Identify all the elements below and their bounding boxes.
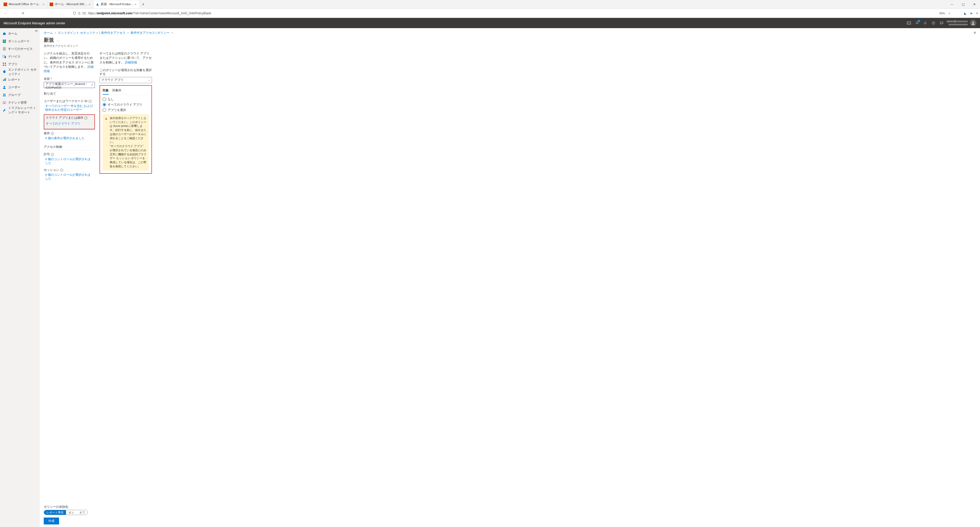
session-label: セッション i (44, 168, 95, 172)
learn-more-link[interactable]: 詳細情報 (125, 61, 137, 64)
nav-dashboard[interactable]: ダッシュボード (0, 37, 40, 45)
content-area: ✕ ホーム › エンドポイント セキュリティ | 条件付きアクセス › 条件付き… (40, 28, 980, 527)
svg-rect-16 (5, 56, 6, 58)
collapse-nav-icon[interactable]: ≪ (35, 29, 38, 32)
close-icon[interactable]: × (42, 3, 45, 6)
user-account[interactable]: admin@xxxxxxxxx xxxxxxxxxxxxxxx (947, 20, 968, 26)
policy-name-input[interactable]: アプリ保護ポリシー_Andorid・iOS/iPadOS ✓ (44, 82, 95, 88)
browser-tab[interactable]: Microsoft Office ホーム × (2, 0, 48, 8)
grant-label: 許可 i (44, 153, 95, 156)
info-icon[interactable]: i (89, 100, 92, 103)
svg-rect-10 (940, 22, 943, 24)
cloud-apps-label: クラウド アプリまたは操作 i (44, 115, 94, 121)
svg-rect-18 (5, 63, 6, 64)
nav-users[interactable]: ユーザー (0, 83, 40, 91)
nav-apps[interactable]: アプリ (0, 61, 40, 68)
info-icon[interactable]: i (51, 132, 54, 135)
svg-rect-0 (3, 3, 7, 6)
nav-groups[interactable]: グループ (0, 91, 40, 99)
pocket-icon[interactable]: ◣ (964, 11, 966, 15)
tab-label: 新規 - Microsoft Endpoint Man (101, 2, 134, 6)
browser-tab-active[interactable]: 新規 - Microsoft Endpoint Man × (94, 0, 140, 8)
reports-icon (3, 78, 6, 81)
target-label: このポリシーが適用される対象を選択する (100, 68, 152, 76)
menu-icon[interactable]: ≡ (976, 11, 978, 15)
grant-value-link[interactable]: 0 個のコントロールが選択されました (44, 156, 95, 166)
info-icon[interactable]: i (84, 116, 88, 119)
cloud-apps-value-link[interactable]: すべてのクラウド アプリ (46, 121, 93, 127)
conditions-value-link[interactable]: 0 個の条件が選択されました (44, 135, 95, 141)
notifications-icon[interactable]: 1 (915, 21, 920, 25)
cloud-apps-description: すべてまたは特定のクラウド アプリまたはアクションに基づいて、アクセスを制御しま… (100, 51, 152, 65)
portal-header: Microsoft Endpoint Manager admin center … (0, 18, 980, 28)
feedback-icon[interactable] (939, 21, 944, 25)
portal-title: Microsoft Endpoint Manager admin center (3, 21, 906, 25)
breadcrumb-link[interactable]: エンドポイント セキュリティ | 条件付きアクセス (58, 31, 126, 35)
close-icon[interactable]: × (88, 3, 91, 6)
nav-tenant-admin[interactable]: テナント管理 (0, 99, 40, 107)
nav-reports[interactable]: レポート (0, 76, 40, 83)
svg-point-11 (972, 21, 974, 23)
bookmark-icon[interactable]: ☆ (948, 11, 951, 15)
svg-point-26 (4, 94, 5, 95)
new-tab-button[interactable]: + (140, 2, 147, 6)
reload-button[interactable]: ⟳ (19, 10, 27, 17)
enable-policy-toggle[interactable]: レポート専用 オン オフ (44, 510, 88, 515)
zoom-level[interactable]: 90% (939, 12, 945, 15)
minimize-button[interactable]: ─ (946, 0, 958, 9)
azure-favicon (95, 3, 99, 6)
window-controls: ─ ▢ ✕ (946, 0, 980, 9)
cloud-shell-icon[interactable] (906, 21, 912, 25)
nav-endpoint-security[interactable]: エンドポイント セキュリティ (0, 68, 40, 76)
more-icon[interactable]: … (57, 38, 60, 42)
dashboard-icon (3, 40, 6, 43)
toggle-off[interactable]: オフ (77, 510, 88, 515)
back-button[interactable]: ← (2, 10, 9, 17)
close-blade-icon[interactable]: ✕ (974, 31, 977, 35)
chevron-down-icon: ⌄ (148, 78, 150, 81)
shield-icon (73, 11, 76, 15)
radio-all-cloud-apps[interactable]: すべてのクラウド アプリ (103, 103, 149, 107)
svg-rect-22 (4, 79, 5, 81)
session-value-link[interactable]: 0 個のコントロールが選択されました (44, 172, 95, 182)
users-value-link[interactable]: すべてのユーザー 件を含む および 除外された特定のユーザー (44, 103, 95, 113)
info-icon[interactable]: i (60, 169, 63, 172)
help-icon[interactable]: ? (931, 21, 936, 25)
settings-icon[interactable] (923, 21, 928, 25)
maximize-button[interactable]: ▢ (958, 0, 969, 9)
radio-select-apps[interactable]: アプリを選択 (103, 108, 149, 112)
permissions-icon (83, 11, 86, 15)
nav-all-services[interactable]: すべてのサービス (0, 45, 40, 53)
info-icon[interactable]: i (51, 153, 54, 156)
forward-button[interactable]: → (11, 10, 18, 17)
browser-tab[interactable]: ホーム - Microsoft 365 管理センタ × (48, 0, 94, 8)
list-icon (3, 47, 6, 51)
tab-exclude[interactable]: 対象外 (112, 88, 121, 95)
svg-rect-3 (78, 13, 80, 14)
nav-devices[interactable]: デバイス (0, 53, 40, 61)
policy-form-right: すべてまたは特定のクラウド アプリまたはアクションに基づいて、アクセスを制御しま… (100, 51, 152, 182)
m365-favicon (49, 3, 53, 6)
url-text: https://endpoint.microsoft.com/?ref=Admi… (88, 11, 211, 15)
close-icon[interactable]: × (134, 3, 137, 6)
toggle-on[interactable]: オン (66, 510, 77, 515)
page-subtitle: 条件付きアクセス ポリシー (44, 44, 976, 48)
radio-none[interactable]: なし (103, 97, 149, 101)
target-dropdown[interactable]: クラウド アプリ ⌄ (100, 77, 152, 83)
create-button[interactable]: 作成 (44, 517, 59, 524)
site-identity[interactable] (73, 11, 86, 15)
nav-troubleshoot[interactable]: トラブルシューティング + サポート (0, 107, 40, 114)
breadcrumb: ホーム › エンドポイント セキュリティ | 条件付きアクセス › 条件付きアク… (44, 31, 976, 35)
tab-include[interactable]: 対象 (103, 88, 109, 95)
close-window-button[interactable]: ✕ (969, 0, 980, 9)
avatar[interactable] (970, 20, 977, 26)
warning-icon: ▲ (105, 116, 108, 169)
svg-rect-6 (907, 22, 911, 24)
breadcrumb-link[interactable]: 条件付きアクセス | ポリシー (130, 31, 170, 35)
nav-home[interactable]: ホーム (0, 30, 40, 37)
toggle-report-only[interactable]: レポート専用 (44, 510, 66, 515)
breadcrumb-link[interactable]: ホーム (44, 31, 53, 35)
page-title: 新規 (44, 37, 54, 43)
url-field[interactable]: https://endpoint.microsoft.com/?ref=Admi… (71, 10, 936, 17)
flow-icon[interactable]: ➤ (970, 11, 973, 15)
